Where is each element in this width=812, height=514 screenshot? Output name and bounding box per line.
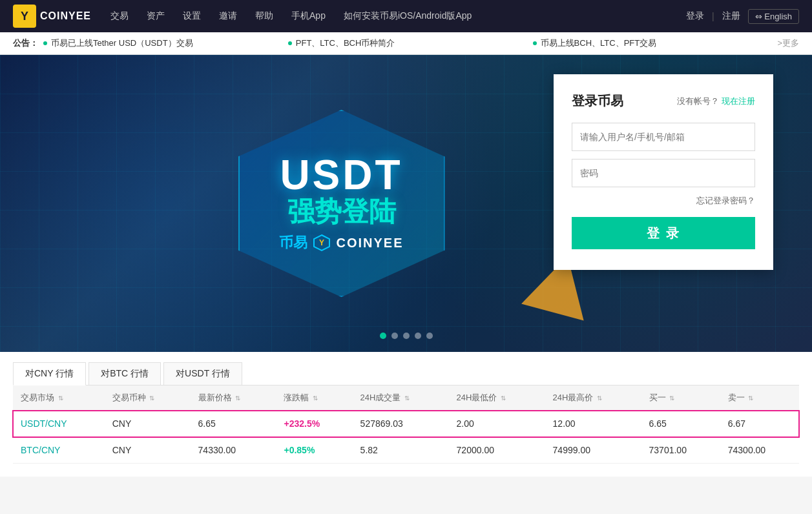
hex-container: USDT 强势登陆 币易 Y COINYEE — [206, 81, 477, 326]
carousel-dot-2[interactable] — [403, 333, 410, 339]
forgot-password-link[interactable]: 忘记登录密码？ — [572, 195, 755, 207]
table-row[interactable]: USDT/CNY CNY 6.65 +232.5% 527869.03 2.00… — [13, 411, 799, 437]
register-now-link[interactable]: 现在注册 — [722, 96, 755, 106]
announcement-items: 币易已上线Tether USD（USDT）交易 PFT、LTC、BCH币种简介 … — [43, 37, 777, 49]
hero-content: USDT 强势登陆 币易 Y COINYEE — [206, 81, 477, 326]
logo[interactable]: Y COINYEE — [13, 5, 91, 28]
nav-invite[interactable]: 邀请 — [219, 10, 237, 22]
table-header: 交易市场 ⇅ 交易币种 ⇅ 最新价格 ⇅ 涨跌幅 ⇅ 24H成交量 ⇅ 24H最… — [13, 386, 799, 411]
tab-cny[interactable]: 对CNY 行情 — [13, 362, 86, 386]
login-button[interactable]: 登 录 — [572, 217, 755, 249]
cell-currency: CNY — [105, 411, 191, 437]
hero-brand-en: COINYEE — [336, 236, 403, 251]
nav-trade[interactable]: 交易 — [110, 10, 129, 22]
col-volume: 24H成交量 ⇅ — [353, 386, 449, 411]
login-card: 登录币易 没有帐号？ 现在注册 忘记登录密码？ 登 录 — [554, 74, 773, 270]
hero-brand-icon: Y — [313, 234, 331, 252]
login-header: 登录币易 没有帐号？ 现在注册 — [572, 92, 755, 110]
nav-help[interactable]: 帮助 — [255, 10, 273, 22]
ann-dot-2 — [533, 41, 537, 45]
username-input[interactable] — [572, 123, 755, 151]
login-register-prompt: 没有帐号？ 现在注册 — [677, 96, 755, 107]
col-buy: 买一 ⇅ — [641, 386, 720, 411]
navbar: Y COINYEE 交易 资产 设置 邀请 帮助 手机App 如何安装币易iOS… — [0, 0, 812, 32]
hero-brand: 币易 Y COINYEE — [279, 233, 403, 252]
carousel-dot-0[interactable] — [380, 333, 386, 339]
cell-volume: 5.82 — [353, 437, 449, 464]
cell-buy: 6.65 — [641, 411, 720, 437]
tab-usdt[interactable]: 对USDT 行情 — [163, 362, 242, 385]
announcement-label: 公告： — [13, 37, 38, 49]
ann-item-0: 币易已上线Tether USD（USDT）交易 — [43, 37, 288, 49]
nav-divider: | — [712, 11, 714, 21]
ann-text-1[interactable]: PFT、LTC、BCH币种简介 — [296, 37, 395, 49]
carousel-dots — [380, 333, 433, 339]
ann-item-2: 币易上线BCH、LTC、PFT交易 — [533, 37, 778, 49]
ann-item-1: PFT、LTC、BCH币种简介 — [288, 37, 533, 49]
logo-icon: Y — [13, 5, 36, 28]
carousel-dot-4[interactable] — [426, 333, 433, 339]
col-change: 涨跌幅 ⇅ — [276, 386, 352, 411]
language-button[interactable]: ⇔ English — [748, 9, 799, 24]
col-market: 交易市场 ⇅ — [13, 386, 105, 411]
nav-mobile[interactable]: 手机App — [291, 10, 326, 22]
col-high: 24H最高价 ⇅ — [545, 386, 641, 411]
table-row[interactable]: BTC/CNY CNY 74330.00 +0.85% 5.82 72000.0… — [13, 437, 799, 464]
register-link[interactable]: 注册 — [722, 10, 740, 22]
ann-dot-0 — [43, 41, 47, 45]
cell-price: 74330.00 — [191, 437, 276, 464]
market-table: 交易市场 ⇅ 交易币种 ⇅ 最新价格 ⇅ 涨跌幅 ⇅ 24H成交量 ⇅ 24H最… — [13, 386, 799, 464]
login-link[interactable]: 登录 — [686, 10, 704, 22]
table-body: USDT/CNY CNY 6.65 +232.5% 527869.03 2.00… — [13, 411, 799, 464]
ann-dot-1 — [288, 41, 292, 45]
cell-change: +0.85% — [276, 437, 352, 464]
nav-install[interactable]: 如何安装币易iOS/Android版App — [344, 10, 472, 22]
svg-text:Y: Y — [319, 238, 324, 247]
hero-usdt-text: USDT — [280, 154, 402, 196]
col-price: 最新价格 ⇅ — [191, 386, 276, 411]
hero-banner: USDT 强势登陆 币易 Y COINYEE 登录币易 没有帐号？ 现在注册 — [0, 55, 812, 352]
nav-right: 登录 | 注册 ⇔ English — [686, 9, 799, 24]
cell-low: 72000.00 — [449, 437, 545, 464]
col-low: 24H最低价 ⇅ — [449, 386, 545, 411]
ann-text-2[interactable]: 币易上线BCH、LTC、PFT交易 — [541, 37, 657, 49]
cell-change: +232.5% — [276, 411, 352, 437]
more-link[interactable]: >更多 — [777, 37, 799, 49]
carousel-dot-1[interactable] — [391, 333, 398, 339]
market-tabs: 对CNY 行情 对BTC 行情 对USDT 行情 — [13, 352, 799, 386]
col-currency: 交易币种 ⇅ — [105, 386, 191, 411]
cell-high: 74999.00 — [545, 437, 641, 464]
ann-text-0[interactable]: 币易已上线Tether USD（USDT）交易 — [51, 37, 193, 49]
logo-text: COINYEE — [40, 10, 91, 22]
hero-subtitle: 强势登陆 — [287, 196, 396, 228]
cell-sell: 6.67 — [720, 411, 799, 437]
carousel-dot-3[interactable] — [415, 333, 421, 339]
market-section: 对CNY 行情 对BTC 行情 对USDT 行情 交易市场 ⇅ 交易币种 ⇅ 最… — [0, 352, 812, 477]
nav-links: 交易 资产 设置 邀请 帮助 手机App 如何安装币易iOS/Android版A… — [110, 10, 686, 22]
tab-btc[interactable]: 对BTC 行情 — [88, 362, 161, 385]
nav-settings[interactable]: 设置 — [183, 10, 201, 22]
cell-sell: 74300.00 — [720, 437, 799, 464]
cell-volume: 527869.03 — [353, 411, 449, 437]
login-title: 登录币易 — [572, 92, 623, 110]
announcement-bar: 公告： 币易已上线Tether USD（USDT）交易 PFT、LTC、BCH币… — [0, 32, 812, 55]
cell-market[interactable]: BTC/CNY — [13, 437, 105, 464]
cell-low: 2.00 — [449, 411, 545, 437]
cell-currency: CNY — [105, 437, 191, 464]
cell-price: 6.65 — [191, 411, 276, 437]
nav-assets[interactable]: 资产 — [147, 10, 165, 22]
password-input[interactable] — [572, 159, 755, 187]
col-sell: 卖一 ⇅ — [720, 386, 799, 411]
cell-market[interactable]: USDT/CNY — [13, 411, 105, 437]
cell-buy: 73701.00 — [641, 437, 720, 464]
cell-high: 12.00 — [545, 411, 641, 437]
hero-brand-cn: 币易 — [279, 233, 307, 252]
